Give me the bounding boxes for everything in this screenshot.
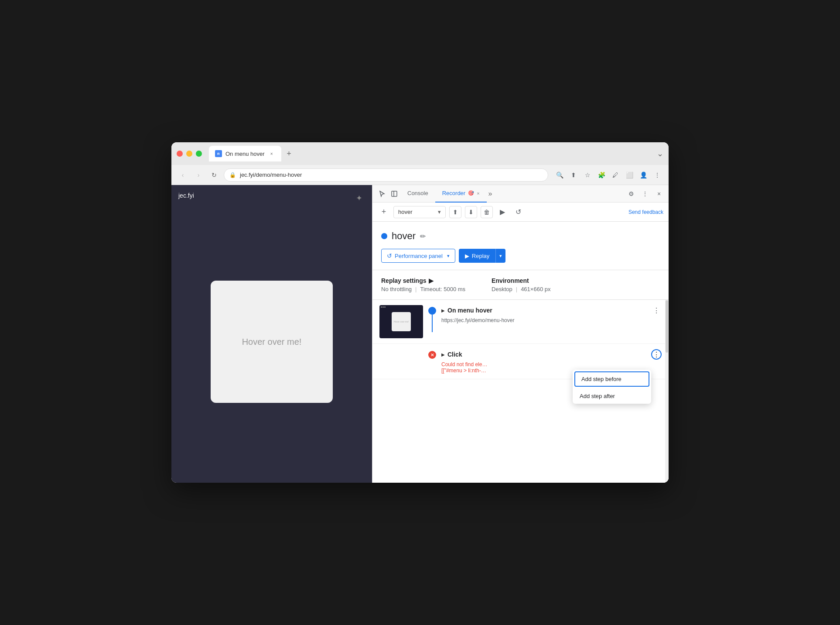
bookmark-icon[interactable]: ☆: [581, 169, 594, 181]
thumb-mini-box: Hover over me!: [392, 312, 411, 331]
edit-title-icon[interactable]: ✏: [420, 232, 426, 240]
step-thumbnail: Hover over me!: [379, 305, 423, 338]
perf-icon: ↺: [387, 252, 392, 259]
main-area: jec.fyi ✦ Hover over me!: [171, 185, 669, 483]
thumb-mini-text: Hover over me!: [394, 320, 409, 323]
replay-label: Replay: [472, 253, 489, 259]
expand-arrow-icon-2[interactable]: ▶: [441, 352, 445, 357]
expand-arrow-icon[interactable]: ▶: [441, 308, 445, 313]
step-more-button-2[interactable]: ⋮: [651, 349, 662, 360]
perf-dropdown-arrow-icon: ▾: [447, 253, 450, 259]
share-icon[interactable]: ⬆: [567, 169, 580, 181]
forward-button[interactable]: ›: [192, 169, 205, 181]
context-menu: Add step before Add step after: [573, 370, 651, 404]
address-input-wrapper: 🔒 jec.fyi/demo/menu-hover: [224, 168, 548, 182]
hover-box[interactable]: Hover over me!: [211, 281, 333, 403]
perf-label: Performance panel: [395, 253, 443, 259]
close-button[interactable]: [177, 151, 183, 157]
environment-title: Environment: [492, 277, 550, 284]
search-icon[interactable]: 🔍: [553, 169, 566, 181]
reload-button[interactable]: ↻: [208, 169, 220, 181]
maximize-button[interactable]: [196, 151, 202, 157]
import-button[interactable]: ⬇: [465, 206, 477, 218]
devtools-settings-icon[interactable]: ⚙: [625, 188, 637, 200]
replay-dropdown-button[interactable]: ▾: [495, 249, 505, 263]
step-connector: [428, 305, 436, 332]
throttling-value: No throttling: [381, 286, 412, 292]
recorder-body: hover ✏ ↺ Performance panel ▾ ▶ Replay: [372, 222, 669, 270]
svg-rect-0: [392, 191, 397, 196]
tab-recorder[interactable]: Recorder 🎯 ×: [435, 185, 487, 203]
replay-settings-col: Replay settings ▶ No throttling | Timeou…: [381, 277, 465, 292]
environment-col: Environment Desktop | 461×660 px: [492, 277, 550, 292]
window-chevron[interactable]: ⌄: [657, 149, 663, 158]
recording-title-row: hover ✏: [381, 230, 660, 242]
slow-replay-button[interactable]: ↺: [512, 206, 524, 218]
back-button[interactable]: ‹: [177, 169, 189, 181]
step-title-2: Click: [447, 351, 462, 358]
tab-close-button[interactable]: ×: [268, 150, 275, 157]
devtools-close-icon[interactable]: ×: [653, 188, 665, 200]
performance-panel-button[interactable]: ↺ Performance panel ▾: [381, 249, 455, 263]
step-play-button[interactable]: ▶: [496, 206, 509, 218]
step-connector-2: ✕: [428, 349, 436, 359]
minimize-button[interactable]: [186, 151, 192, 157]
new-tab-button[interactable]: +: [283, 148, 295, 160]
split-icon[interactable]: ⬜: [623, 169, 635, 181]
address-bar: ‹ › ↻ 🔒 jec.fyi/demo/menu-hover 🔍 ⬆ ☆ 🧩 …: [171, 165, 669, 185]
scrollbar[interactable]: [665, 300, 669, 483]
send-feedback-link[interactable]: Send feedback: [628, 209, 663, 215]
replay-play-icon: ▶: [465, 253, 469, 259]
cursor-tool-icon[interactable]: [376, 188, 388, 200]
add-recording-button[interactable]: +: [378, 206, 390, 218]
hover-box-text: Hover over me!: [242, 337, 302, 347]
export-button[interactable]: ⬆: [449, 206, 461, 218]
more-tabs-icon[interactable]: »: [488, 190, 492, 198]
thumb-dot-1: [381, 306, 382, 308]
devtools-panel: Console Recorder 🎯 × » ⚙ ⋮ × + hover: [372, 185, 669, 483]
divider2: |: [516, 286, 517, 292]
extensions-icon[interactable]: 🧩: [595, 169, 608, 181]
traffic-lights: [177, 151, 202, 157]
scrollbar-thumb[interactable]: [666, 300, 668, 353]
site-name: jec.fyi: [178, 192, 194, 199]
environment-detail: Desktop | 461×660 px: [492, 286, 550, 292]
dropdown-arrow-icon: ▾: [438, 209, 441, 215]
divider: |: [415, 286, 417, 292]
step-url: https://jec.fyi/demo/menu-hover: [441, 317, 662, 323]
devtools-icon[interactable]: 🖊: [609, 169, 621, 181]
devtools-more-icon[interactable]: ⋮: [639, 188, 651, 200]
theme-toggle-icon[interactable]: ✦: [353, 192, 365, 204]
more-menu-icon[interactable]: ⋮: [651, 169, 663, 181]
context-menu-item-add-before[interactable]: Add step before: [574, 371, 649, 387]
context-menu-item-add-after[interactable]: Add step after: [573, 388, 651, 404]
devtools-tabs-right: ⚙ ⋮ ×: [625, 188, 665, 200]
recorder-actions: ↺ Performance panel ▾ ▶ Replay ▾: [381, 249, 660, 263]
recorder-toolbar: + hover ▾ ⬆ ⬇ 🗑 ▶ ↺ Send feedback: [372, 203, 669, 222]
recorder-icon: 🎯: [468, 190, 474, 196]
replay-settings-title[interactable]: Replay settings ▶: [381, 277, 465, 284]
devtools-tabs: Console Recorder 🎯 × » ⚙ ⋮ ×: [372, 185, 669, 203]
page-content: jec.fyi ✦ Hover over me!: [171, 185, 372, 483]
replay-settings-arrow-icon: ▶: [429, 277, 434, 284]
tab-console[interactable]: Console: [400, 185, 435, 203]
recording-selector[interactable]: hover ▾: [393, 206, 446, 218]
tab-title: On menu hover: [225, 151, 265, 157]
thumbnail-inner: Hover over me!: [379, 305, 423, 338]
thumb-dot-2: [382, 306, 384, 308]
replay-button-group: ▶ Replay ▾: [459, 249, 505, 263]
browser-toolbar-icons: 🔍 ⬆ ☆ 🧩 🖊 ⬜ 👤 ⋮: [553, 169, 663, 181]
profile-icon[interactable]: 👤: [637, 169, 649, 181]
env-value: Desktop: [492, 286, 512, 292]
browser-tab[interactable]: R On menu hover ×: [209, 146, 281, 161]
step-indicator: [428, 307, 436, 315]
panel-toggle-icon[interactable]: [388, 188, 400, 200]
delete-recording-button[interactable]: 🗑: [481, 206, 493, 218]
recording-name: hover: [398, 209, 413, 215]
tab-recorder-close[interactable]: ×: [477, 191, 479, 196]
replay-chevron-icon: ▾: [499, 253, 502, 259]
replay-settings-label: Replay settings: [381, 277, 426, 284]
step-more-button[interactable]: ⋮: [651, 305, 662, 316]
replay-main-button[interactable]: ▶ Replay: [459, 249, 495, 263]
address-input[interactable]: 🔒 jec.fyi/demo/menu-hover: [224, 168, 548, 182]
